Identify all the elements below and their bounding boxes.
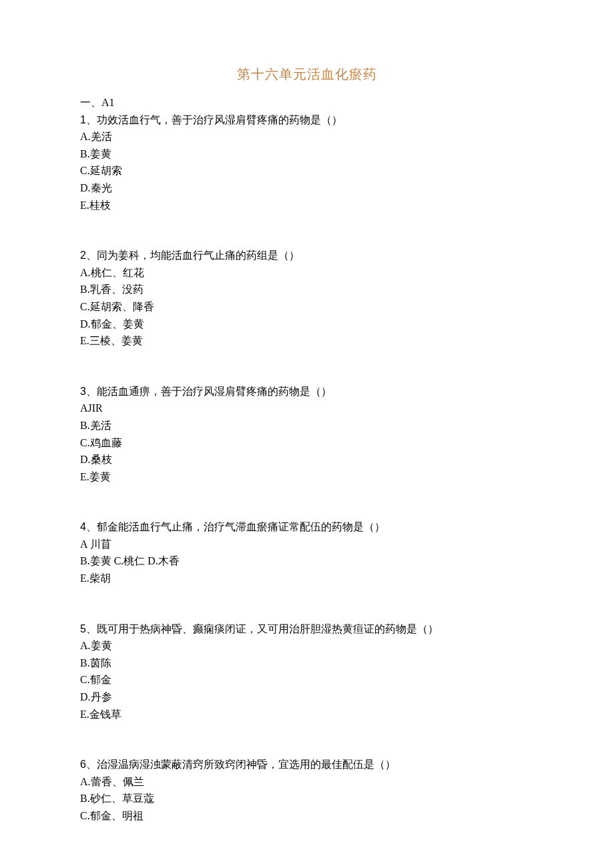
- question-stem: 2、同为姜科，均能活血行气止痛的药组是（）: [80, 247, 534, 264]
- question-stem: 4、郁金能活血行气止痛，治疗气滞血瘀痛证常配伍的药物是（）: [80, 518, 534, 536]
- question-text: 、同为姜科，均能活血行气止痛的药组是（）: [86, 250, 300, 261]
- option: E.桂枝: [80, 197, 534, 214]
- option: D.郁金、姜黄: [80, 316, 534, 333]
- option: B.羌活: [80, 417, 534, 434]
- option: C.延胡索: [80, 162, 534, 179]
- option: E.姜黄: [80, 468, 534, 486]
- question-text: 、郁金能活血行气止痛，治疗气滞血瘀痛证常配伍的药物是（）: [86, 521, 385, 532]
- option: E.金钱草: [80, 706, 534, 723]
- question-block: 1、功效活血行气，善于治疗风湿肩臂疼痛的药物是（） A.羌活 B.姜黄 C.延胡…: [80, 111, 534, 214]
- question-number: 5: [80, 623, 86, 634]
- option: A.姜黄: [80, 637, 534, 655]
- question-number: 1: [80, 114, 86, 125]
- question-number: 4: [80, 521, 86, 532]
- option: C.郁金: [80, 671, 534, 689]
- question-block: 6、治湿温病湿浊蒙蔽清窍所致窍闭神昏，宜选用的最佳配伍是（） A.蕾香、佩兰 B…: [80, 756, 534, 824]
- option: E.柴胡: [80, 570, 534, 587]
- question-text: 、既可用于热病神昏、癫痫痰闭证，又可用治肝胆湿热黄疸证的药物是（）: [86, 623, 438, 634]
- option: B.姜黄: [80, 145, 534, 163]
- question-number: 6: [80, 759, 86, 770]
- question-number: 3: [80, 386, 86, 397]
- section-heading: 一、A1: [80, 94, 534, 111]
- document-page: 第十六单元活血化瘀药 一、A1 1、功效活血行气，善于治疗风湿肩臂疼痛的药物是（…: [0, 0, 614, 851]
- question-block: 3、能活血通痹，善于治疗风湿肩臂疼痛的药物是（） AJIR B.羌活 C.鸡血藤…: [80, 383, 534, 486]
- question-stem: 5、既可用于热病神昏、癫痫痰闭证，又可用治肝胆湿热黄疸证的药物是（）: [80, 620, 534, 638]
- option: AJIR: [80, 400, 534, 417]
- option: D.丹参: [80, 689, 534, 706]
- question-block: 4、郁金能活血行气止痛，治疗气滞血瘀痛证常配伍的药物是（） A 川苜 B.姜黄 …: [80, 518, 534, 586]
- option: A.羌活: [80, 128, 534, 145]
- page-title: 第十六单元活血化瘀药: [80, 63, 534, 85]
- question-text: 、能活血通痹，善于治疗风湿肩臂疼痛的药物是（）: [86, 386, 332, 397]
- question-text: 、治湿温病湿浊蒙蔽清窍所致窍闭神昏，宜选用的最佳配伍是（）: [86, 759, 396, 770]
- question-stem: 1、功效活血行气，善于治疗风湿肩臂疼痛的药物是（）: [80, 111, 534, 129]
- option: A.桃仁、红花: [80, 264, 534, 282]
- option: B.砂仁、草豆蔻: [80, 790, 534, 807]
- option: D.秦光: [80, 179, 534, 197]
- option: C.郁金、明祖: [80, 807, 534, 825]
- question-stem: 6、治湿温病湿浊蒙蔽清窍所致窍闭神昏，宜选用的最佳配伍是（）: [80, 756, 534, 773]
- option: D.桑枝: [80, 451, 534, 468]
- option: E.三棱、姜黄: [80, 332, 534, 350]
- option: A 川苜: [80, 536, 534, 553]
- question-stem: 3、能活血通痹，善于治疗风湿肩臂疼痛的药物是（）: [80, 383, 534, 400]
- option: B.姜黄 C.桃仁 D.木香: [80, 552, 534, 570]
- question-block: 5、既可用于热病神昏、癫痫痰闭证，又可用治肝胆湿热黄疸证的药物是（） A.姜黄 …: [80, 620, 534, 723]
- option: A.蕾香、佩兰: [80, 773, 534, 791]
- question-text: 、功效活血行气，善于治疗风湿肩臂疼痛的药物是（）: [86, 114, 342, 125]
- option: C.鸡血藤: [80, 434, 534, 452]
- option: C.延胡索、降香: [80, 298, 534, 316]
- question-number: 2: [80, 250, 86, 261]
- question-block: 2、同为姜科，均能活血行气止痛的药组是（） A.桃仁、红花 B.乳香、没药 C.…: [80, 247, 534, 350]
- option: B.乳香、没药: [80, 281, 534, 298]
- option: B.茵陈: [80, 655, 534, 672]
